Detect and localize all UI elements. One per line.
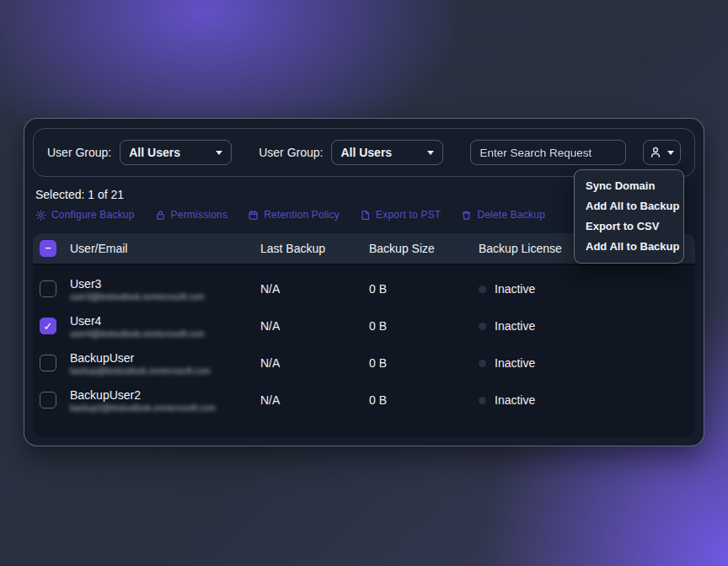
user-email-blurred: user3@testoutlook.onmicrosoft.com (70, 292, 247, 302)
user-icon (649, 146, 662, 159)
gear-icon (35, 210, 46, 221)
column-header-backup-size: Backup Size (369, 242, 479, 255)
chevron-down-icon (216, 151, 222, 155)
column-header-user-email: User/Email (70, 242, 260, 255)
user-name: User4 (70, 314, 260, 328)
user-group-label-1: User Group: (47, 146, 111, 159)
status-dot (479, 360, 486, 367)
configure-backup-label: Configure Backup (51, 209, 135, 221)
user-group-select-2[interactable]: All Users (331, 140, 443, 165)
user-menu-button[interactable] (643, 140, 681, 165)
search-box (470, 140, 625, 165)
menu-item-sync-domain[interactable]: Sync Domain (575, 176, 683, 196)
license-status: Inactive (495, 319, 535, 333)
user-name: User3 (70, 277, 260, 291)
row-checkbox[interactable] (40, 355, 56, 371)
table-row[interactable]: User3 user3@testoutlook.onmicrosoft.com … (33, 270, 695, 307)
backup-size-value: 0 B (369, 282, 479, 296)
row-checkbox[interactable] (40, 318, 56, 334)
user-email-blurred: backup@testoutlook.onmicrosoft.com (70, 366, 247, 376)
menu-item-export-to-csv[interactable]: Export to CSV (575, 216, 683, 237)
trash-icon (461, 210, 472, 221)
last-backup-value: N/A (260, 282, 369, 296)
backup-size-value: 0 B (369, 319, 479, 333)
retention-icon (248, 210, 259, 221)
user-name: BackupUser2 (70, 388, 260, 402)
users-table: User/Email Last Backup Backup Size Backu… (33, 233, 695, 437)
document-icon (360, 210, 371, 221)
chevron-down-icon (427, 151, 434, 155)
menu-item-add-all-to-backup[interactable]: Add All to Backup (575, 196, 683, 216)
table-body: User3 user3@testoutlook.onmicrosoft.com … (33, 265, 695, 437)
table-row[interactable]: BackupUser backup@testoutlook.onmicrosof… (33, 344, 695, 382)
menu-item-add-all-to-backup-2[interactable]: Add All to Backup (575, 237, 683, 257)
chevron-down-icon (667, 151, 674, 155)
status-dot (479, 397, 486, 404)
last-backup-value: N/A (260, 393, 369, 407)
export-to-pst-button[interactable]: Export to PST (360, 209, 441, 221)
permissions-label: Permissions (171, 209, 228, 221)
backup-size-value: 0 B (369, 393, 479, 407)
user-email-blurred: user4@testoutlook.onmicrosoft.com (70, 329, 247, 339)
last-backup-value: N/A (260, 319, 369, 333)
user-group-label-2: User Group: (259, 146, 323, 159)
user-name: BackupUser (70, 351, 260, 365)
license-status: Inactive (495, 356, 535, 370)
status-dot (479, 323, 486, 330)
retention-policy-label: Retention Policy (264, 209, 340, 221)
table-row[interactable]: User4 user4@testoutlook.onmicrosoft.com … (33, 307, 695, 344)
permissions-button[interactable]: Permissions (155, 209, 228, 221)
delete-backup-label: Delete Backup (477, 209, 545, 221)
lock-icon (155, 210, 166, 221)
backup-size-value: 0 B (369, 356, 479, 370)
last-backup-value: N/A (260, 356, 369, 370)
user-group-select-2-value: All Users (340, 146, 427, 159)
retention-policy-button[interactable]: Retention Policy (248, 209, 340, 221)
delete-backup-button[interactable]: Delete Backup (461, 209, 545, 221)
row-checkbox[interactable] (40, 392, 56, 408)
export-to-pst-label: Export to PST (376, 209, 441, 221)
backup-users-panel: User Group: All Users User Group: All Us… (24, 118, 704, 446)
user-email-blurred: backup2@testoutlook.onmicrosoft.com (70, 403, 247, 413)
status-dot (479, 286, 486, 293)
user-group-select-1[interactable]: All Users (120, 140, 232, 165)
user-group-select-1-value: All Users (129, 146, 216, 159)
row-checkbox[interactable] (40, 280, 56, 297)
column-header-last-backup: Last Backup (260, 242, 369, 255)
table-row[interactable]: BackupUser2 backup2@testoutlook.onmicros… (33, 382, 695, 419)
license-status: Inactive (495, 393, 535, 407)
user-menu-dropdown: Sync Domain Add All to Backup Export to … (574, 169, 684, 264)
configure-backup-button[interactable]: Configure Backup (35, 209, 135, 221)
license-status: Inactive (495, 282, 535, 296)
search-input[interactable] (471, 141, 625, 164)
select-all-checkbox[interactable] (40, 240, 56, 257)
